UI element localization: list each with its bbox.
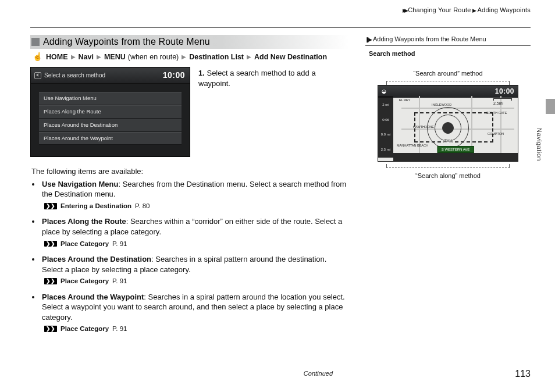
path-menu-note: (when en route) bbox=[128, 52, 179, 62]
square-icon bbox=[31, 38, 40, 46]
screenshot-clock: 10:00 bbox=[163, 70, 185, 81]
menu-item: Places Around the Destination bbox=[39, 119, 182, 132]
continued-label: Continued bbox=[30, 369, 333, 378]
triangle-icon: ▶ bbox=[247, 53, 251, 61]
map-clock: 10:00 bbox=[495, 87, 514, 96]
city-label: MANHATTAN BEACH bbox=[397, 144, 428, 148]
menu-item: Use Navigation Menu bbox=[39, 92, 182, 105]
triangle-icon: ▶ bbox=[97, 53, 101, 61]
radius-label: 2mi bbox=[444, 138, 453, 144]
section-heading: Adding Waypoints from the Route Menu bbox=[30, 35, 349, 49]
path-dest-list: Destination List bbox=[189, 52, 244, 62]
items-list: Use Navigation Menu: Searches from the D… bbox=[41, 179, 349, 334]
circle-icon bbox=[435, 115, 461, 141]
map-left-panel: 2 mi0:060.0 mi2.5 mi bbox=[378, 96, 393, 158]
city-label: HAWTHORNE bbox=[413, 125, 434, 129]
menu-path: ☝ HOME ▶ Navi ▶ MENU (when en route) ▶ D… bbox=[30, 52, 349, 67]
divider bbox=[30, 27, 531, 28]
path-navi: Navi bbox=[79, 52, 94, 62]
chevron-icon: ▶▶ bbox=[403, 8, 406, 13]
list-item: Use Navigation Menu: Searches from the D… bbox=[41, 179, 349, 211]
bracket-icon bbox=[386, 81, 510, 85]
city-label: EL REY bbox=[399, 98, 410, 102]
scale-indicator: 2.5mi bbox=[493, 98, 512, 106]
city-label: SOUTH GATE bbox=[486, 111, 507, 115]
cross-reference: ❯❯Place Category P. 91 bbox=[44, 240, 349, 249]
chevron-icon: ▶ bbox=[472, 8, 476, 13]
search-method-label: Search method bbox=[365, 49, 531, 58]
xref-icon: ❯❯ bbox=[44, 241, 57, 247]
hand-icon: ☝ bbox=[33, 52, 42, 60]
compass-icon: ◒ bbox=[382, 88, 386, 95]
breadcrumb-section: Changing Your Route bbox=[408, 6, 471, 13]
xref-icon: ❯❯ bbox=[44, 278, 57, 284]
screenshot-map: ◒ 10:00 2 mi0:060.0 mi2.5 mi EL REYINGLE… bbox=[378, 85, 518, 162]
cross-reference: ❯❯Entering a Destination P. 80 bbox=[44, 202, 349, 211]
side-heading: ❚▶Adding Waypoints from the Route Menu bbox=[365, 35, 531, 44]
triangle-icon: ▶ bbox=[71, 53, 76, 61]
screenshot-title: Select a search method bbox=[44, 72, 105, 80]
menu-item: Places Along the Route bbox=[39, 105, 182, 119]
triangle-icon: ▶ bbox=[182, 53, 186, 61]
caption-search-along: “Search along” method bbox=[365, 172, 531, 180]
xref-icon: ❯❯ bbox=[44, 326, 57, 332]
list-item: Places Along the Route: Searches within … bbox=[41, 216, 349, 248]
path-menu: MENU bbox=[104, 52, 126, 62]
breadcrumb: ▶▶Changing Your Route▶Adding Waypoints bbox=[30, 6, 531, 15]
screenshot-search-method: Select a search method 10:00 Use Navigat… bbox=[30, 67, 190, 157]
city-label: COMPTON bbox=[488, 132, 504, 136]
edge-tab bbox=[546, 99, 555, 114]
bracket-icon bbox=[386, 164, 510, 168]
path-home: HOME bbox=[46, 52, 68, 62]
items-intro: The following items are available: bbox=[31, 166, 349, 177]
step-1: 1. Select a search method to add a waypo… bbox=[198, 67, 349, 88]
divider bbox=[365, 45, 531, 46]
street-label: S WESTERN AVE bbox=[437, 146, 474, 153]
page-number: 113 bbox=[515, 368, 531, 380]
xref-icon: ❯❯ bbox=[44, 203, 57, 209]
cross-reference: ❯❯Place Category P. 91 bbox=[44, 325, 349, 334]
path-add-new: Add New Destination bbox=[254, 52, 327, 62]
chevron-icon: ❚▶ bbox=[365, 37, 371, 42]
back-icon bbox=[34, 72, 41, 79]
cross-reference: ❯❯Place Category P. 91 bbox=[44, 277, 349, 286]
list-item: Places Around the Waypoint: Searches in … bbox=[41, 292, 349, 334]
breadcrumb-subsection: Adding Waypoints bbox=[478, 6, 531, 13]
section-tab: Navigation bbox=[535, 128, 543, 161]
section-title: Adding Waypoints from the Route Menu bbox=[43, 35, 210, 48]
city-label: INGLEWOOD bbox=[432, 103, 451, 107]
menu-item: Places Around the Waypoint bbox=[39, 132, 182, 145]
list-item: Places Around the Destination: Searches … bbox=[41, 254, 349, 286]
caption-search-around: “Search around” method bbox=[365, 69, 531, 78]
current-location-icon bbox=[442, 122, 454, 134]
